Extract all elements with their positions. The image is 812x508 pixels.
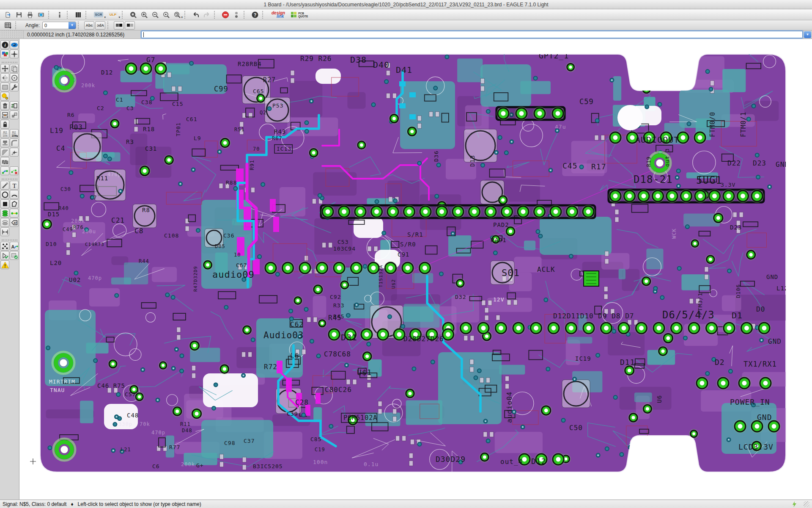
tool-dimension-button[interactable] (0, 227, 9, 236)
board-label: L20 (50, 260, 62, 266)
zoom-out-button[interactable] (150, 10, 161, 19)
mirror-normal-button[interactable]: Abc (84, 21, 94, 30)
tool-via-button[interactable] (0, 209, 9, 218)
tool-copy-button[interactable] (10, 64, 19, 73)
board-label: D18-21 (634, 174, 673, 185)
tool-errors-button[interactable] (10, 251, 19, 260)
board-label: R33 (333, 302, 344, 309)
board-canvas[interactable]: G7R28RB4R27R29 R26D38D40D41GPT2_1C99C65P… (19, 39, 812, 500)
board-label: R3 (126, 138, 134, 145)
tool-text-button[interactable]: T (10, 181, 19, 190)
tool-move-button[interactable] (0, 64, 9, 73)
save-button[interactable] (14, 10, 25, 19)
tool-autorouter-button[interactable]: A (10, 242, 19, 251)
tool-warning-button[interactable] (0, 260, 9, 269)
tool-paste-button[interactable] (0, 92, 9, 101)
mirror-flip-button[interactable]: Abc (95, 21, 105, 30)
tool-polygon-button[interactable] (10, 199, 19, 208)
tool-mark-button[interactable] (10, 50, 19, 58)
resize-grip[interactable] (804, 501, 809, 507)
tool-split-button[interactable] (10, 148, 19, 157)
grid-button[interactable] (3, 21, 14, 30)
tool-info-button[interactable]: i (0, 40, 9, 49)
board-label: D6/5/4/3 (662, 309, 715, 321)
tool-lock-button[interactable] (0, 120, 9, 129)
display-mode-bottom-button[interactable] (125, 21, 135, 30)
command-history-dropdown[interactable]: ▼ (804, 31, 811, 38)
command-line[interactable] (141, 31, 803, 38)
main-area: iR210kR210kTATA G7R28RB4R27R29 R26D38D40… (0, 39, 812, 500)
board-label: Q2 (260, 110, 266, 116)
image-export-button[interactable] (36, 10, 47, 19)
print-button[interactable] (25, 10, 36, 19)
tool-attribute-button[interactable]: AT (10, 218, 19, 227)
tool-display-button[interactable] (0, 50, 9, 58)
redo-button[interactable] (201, 10, 212, 19)
combo-arrow-icon[interactable]: ▼ (69, 22, 76, 29)
info-icon: i (1, 41, 9, 49)
tool-smash-button[interactable] (0, 138, 9, 147)
layer-settings-button[interactable] (73, 10, 84, 19)
board-canvas-container[interactable]: G7R28RB4R27R29 R26D38D40D41GPT2_1C99C65P… (19, 39, 812, 500)
tool-name-button[interactable]: R210k (0, 129, 9, 138)
board-label: C65 (253, 88, 264, 94)
zoom-in-button[interactable] (139, 10, 150, 19)
command-input[interactable] (142, 31, 802, 38)
tool-replace-button[interactable] (10, 110, 19, 119)
tool-arc-button[interactable] (10, 190, 19, 199)
angle-combobox[interactable]: 0 ▼ (42, 22, 76, 29)
tool-circle-button[interactable] (0, 190, 9, 199)
tool-optimize-button[interactable] (0, 157, 9, 166)
tool-delete-button[interactable] (0, 101, 9, 110)
tool-drc-button[interactable] (0, 251, 9, 260)
stop-button[interactable] (220, 10, 231, 19)
tool-wire-button[interactable] (0, 181, 9, 190)
tool-gateswap-button[interactable] (0, 110, 9, 119)
tool-change-button[interactable] (10, 83, 19, 91)
tool-miter-fill-button[interactable] (0, 148, 9, 157)
zoom-fit-button[interactable] (128, 10, 139, 19)
warning-icon (1, 261, 9, 269)
zoom-select-button[interactable] (161, 10, 172, 19)
tool-route-button[interactable] (0, 166, 9, 175)
tool-ripup-button[interactable] (10, 166, 19, 175)
zoom-redraw-button[interactable]: ▾ (172, 10, 183, 19)
board-label: R19 (646, 156, 652, 167)
display-mode-top-button[interactable] (114, 21, 124, 30)
tool-group-button[interactable] (0, 83, 9, 91)
board-label: C7 (90, 195, 97, 201)
tool-rect-button[interactable] (0, 199, 9, 208)
undo-button[interactable] (190, 10, 201, 19)
run-ulp-button[interactable]: ULP▾ (106, 10, 120, 19)
tool-mirror-button[interactable] (0, 73, 9, 82)
pcb-quote-logo[interactable]: PCBQUOTE (291, 12, 308, 18)
run-ulp-label: ULP (108, 12, 118, 17)
paste-icon (1, 93, 9, 100)
run-script-button[interactable]: SCR▾ (91, 10, 106, 19)
board-label: C53 (337, 239, 348, 245)
help-button[interactable]: ? (250, 10, 261, 19)
tool-hole-button[interactable] (0, 218, 9, 227)
board-label: R11 (96, 175, 108, 182)
tool-signal-button[interactable] (10, 209, 19, 218)
open-button[interactable] (3, 10, 14, 19)
tool-value-button[interactable]: R210k (10, 129, 19, 138)
tool-ratsnest-button[interactable] (0, 242, 9, 251)
board-label: C62 (290, 320, 304, 329)
board-label: D2 (715, 358, 725, 367)
board-label: G+ (196, 462, 204, 469)
board-info-button[interactable] (54, 10, 65, 19)
board-label: C92 (330, 294, 341, 300)
traffic-light-button[interactable] (231, 10, 242, 19)
board-label: D40 (373, 60, 390, 70)
tool-show-button[interactable] (10, 40, 19, 49)
design-link-logo[interactable]: designlink (272, 11, 285, 18)
tool-pinswap-button[interactable] (10, 101, 19, 110)
board-label: MIRTRIM (49, 378, 75, 385)
rotate-icon (11, 74, 18, 82)
pcb-quote-word2: QUOTE (298, 15, 308, 18)
dimension-icon (1, 228, 9, 236)
tool-miter-button[interactable] (10, 138, 19, 147)
board-label: PCM5102A (343, 414, 377, 422)
tool-rotate-button[interactable] (10, 73, 19, 82)
